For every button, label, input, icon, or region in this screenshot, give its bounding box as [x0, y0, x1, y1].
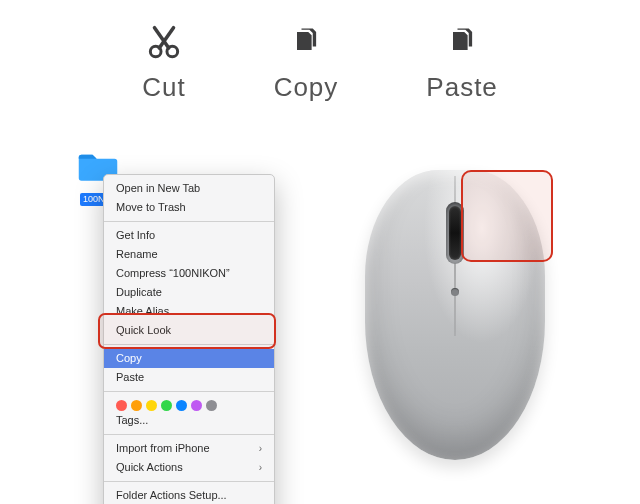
menu-separator — [104, 434, 274, 435]
context-menu-item[interactable]: Quick Look — [104, 321, 274, 340]
cut-action[interactable]: Cut — [142, 22, 185, 103]
tag-color-dot[interactable] — [146, 400, 157, 411]
context-menu-item-label: Rename — [116, 247, 158, 262]
chevron-right-icon: › — [259, 441, 262, 456]
menu-separator — [104, 344, 274, 345]
menu-separator — [104, 481, 274, 482]
context-menu-item[interactable]: Get Info — [104, 226, 274, 245]
tag-color-dot[interactable] — [116, 400, 127, 411]
context-menu-item[interactable]: Paste — [104, 368, 274, 387]
context-menu-item-label: Folder Actions Setup... — [116, 488, 227, 503]
context-menu-item[interactable]: Quick Actions› — [104, 458, 274, 477]
right-click-highlight — [461, 170, 553, 262]
context-menu-item[interactable]: Rename — [104, 245, 274, 264]
paste-action[interactable]: Paste — [426, 22, 498, 103]
context-menu-item-label: Copy — [116, 351, 142, 366]
cut-icon — [144, 22, 184, 62]
menu-separator — [104, 391, 274, 392]
context-menu-item-label: Get Info — [116, 228, 155, 243]
tag-color-dot[interactable] — [191, 400, 202, 411]
tags-color-row[interactable] — [104, 396, 274, 411]
context-menu-item[interactable]: Move to Trash — [104, 198, 274, 217]
context-menu-item[interactable]: Tags... — [104, 411, 274, 430]
menu-separator — [104, 221, 274, 222]
context-menu-item[interactable]: Import from iPhone› — [104, 439, 274, 458]
context-menu-item[interactable]: Compress “100NIKON” — [104, 264, 274, 283]
tag-color-dot[interactable] — [131, 400, 142, 411]
context-menu-item[interactable]: Copy — [104, 349, 274, 368]
copy-label: Copy — [274, 72, 339, 103]
context-menu-item[interactable]: Duplicate — [104, 283, 274, 302]
copy-icon — [286, 22, 326, 62]
stage: Cut Copy Paste 100NI — [0, 0, 640, 504]
tag-color-dot[interactable] — [206, 400, 217, 411]
context-menu-item-label: Make Alias — [116, 304, 169, 319]
tag-color-dot[interactable] — [161, 400, 172, 411]
context-menu-item-label: Tags... — [116, 413, 148, 428]
mouse-wheel — [449, 206, 461, 260]
context-menu-item[interactable]: Open in New Tab — [104, 179, 274, 198]
copy-action[interactable]: Copy — [274, 22, 339, 103]
chevron-right-icon: › — [259, 460, 262, 475]
paste-icon — [442, 22, 482, 62]
context-menu: Open in New TabMove to TrashGet InfoRena… — [103, 174, 275, 504]
paste-label: Paste — [426, 72, 498, 103]
context-menu-item[interactable]: Make Alias — [104, 302, 274, 321]
context-menu-item-label: Paste — [116, 370, 144, 385]
cut-label: Cut — [142, 72, 185, 103]
toolbar-actions: Cut Copy Paste — [0, 22, 640, 103]
context-menu-item-label: Open in New Tab — [116, 181, 200, 196]
context-menu-item-label: Import from iPhone — [116, 441, 210, 456]
tag-color-dot[interactable] — [176, 400, 187, 411]
context-menu-item-label: Compress “100NIKON” — [116, 266, 230, 281]
context-menu-item[interactable]: Folder Actions Setup... — [104, 486, 274, 504]
context-menu-item-label: Quick Actions — [116, 460, 183, 475]
context-menu-item-label: Duplicate — [116, 285, 162, 300]
context-menu-item-label: Move to Trash — [116, 200, 186, 215]
context-menu-item-label: Quick Look — [116, 323, 171, 338]
mouse-illustration — [365, 170, 565, 480]
mouse-dpi-button — [451, 288, 459, 296]
